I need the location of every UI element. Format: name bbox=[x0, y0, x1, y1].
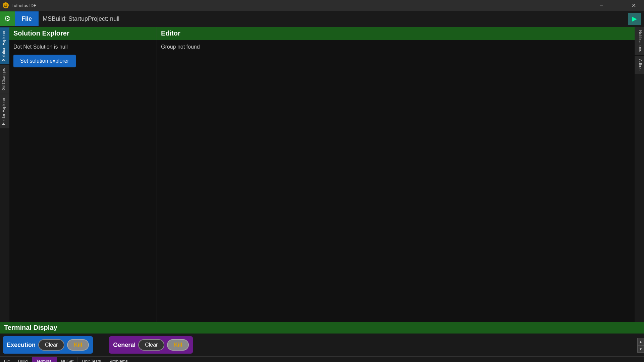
app-icon: @ bbox=[3, 2, 9, 8]
run-button[interactable]: ▶ bbox=[628, 13, 641, 25]
tab-terminal[interactable]: Terminal bbox=[32, 357, 57, 362]
execution-clear-button[interactable]: Clear bbox=[38, 339, 64, 351]
sidebar-item-folder-explorer[interactable]: Folder Explorer bbox=[0, 94, 9, 128]
scroll-down-icon: ▼ bbox=[639, 347, 642, 351]
terminal-header: Terminal Display bbox=[0, 322, 644, 334]
minimize-button[interactable]: − bbox=[594, 0, 609, 11]
tab-build[interactable]: Build bbox=[14, 357, 32, 362]
sidebar-item-adhoc[interactable]: Adhoc bbox=[635, 56, 644, 74]
sidebar-item-solution-explorer[interactable]: Solution Explorer bbox=[0, 27, 9, 64]
general-kill-button[interactable]: Kill bbox=[167, 339, 189, 351]
solution-explorer-header: Solution Explorer bbox=[9, 27, 157, 40]
app-title: Luthetus IDE bbox=[11, 3, 37, 8]
editor-panel: Editor Group not found bbox=[157, 27, 635, 322]
title-bar: @ Luthetus IDE − □ ✕ bbox=[0, 0, 644, 11]
scroll-up-button[interactable]: ▲ bbox=[637, 338, 644, 345]
editor-content: Group not found bbox=[157, 40, 635, 322]
general-group: General Clear Kill bbox=[109, 336, 193, 354]
solution-null-text: Dot Net Solution is null bbox=[13, 44, 153, 50]
window-controls: − □ ✕ bbox=[594, 0, 641, 11]
solution-explorer-content: Dot Net Solution is null Set solution ex… bbox=[9, 40, 157, 322]
left-sidebar: Solution Explorer Git Changes Folder Exp… bbox=[0, 27, 9, 322]
file-menu-button[interactable]: File bbox=[15, 11, 39, 26]
general-label: General bbox=[113, 342, 136, 349]
editor-header: Editor bbox=[157, 27, 635, 40]
general-clear-button[interactable]: Clear bbox=[138, 339, 164, 351]
menu-bar: ⚙ File MSBuild: StartupProject: null ▶ bbox=[0, 11, 644, 27]
scroll-up-icon: ▲ bbox=[639, 340, 642, 344]
tab-nuget[interactable]: NuGet bbox=[57, 357, 78, 362]
scroll-down-button[interactable]: ▼ bbox=[637, 345, 644, 353]
set-solution-button[interactable]: Set solution explorer bbox=[13, 55, 76, 67]
close-button[interactable]: ✕ bbox=[626, 0, 641, 11]
tab-unit-tests[interactable]: Unit Tests bbox=[78, 357, 105, 362]
title-bar-left: @ Luthetus IDE bbox=[3, 2, 37, 8]
sidebar-item-git-changes[interactable]: Git Changes bbox=[0, 64, 9, 94]
settings-button[interactable]: ⚙ bbox=[0, 11, 15, 26]
main-layout: Solution Explorer Git Changes Folder Exp… bbox=[0, 27, 644, 322]
editor-message: Group not found bbox=[161, 44, 200, 50]
right-sidebar: Notifications Adhoc bbox=[635, 27, 644, 322]
terminal-controls: Execution Clear Kill General Clear Kill … bbox=[0, 334, 644, 356]
solution-explorer-panel: Solution Explorer Dot Net Solution is nu… bbox=[9, 27, 157, 322]
run-icon: ▶ bbox=[632, 15, 637, 22]
sidebar-item-notifications[interactable]: Notifications bbox=[635, 27, 644, 56]
tab-problems[interactable]: Problems bbox=[105, 357, 132, 362]
execution-group: Execution Clear Kill bbox=[3, 336, 93, 354]
bottom-tabs: Git Build Terminal NuGet Unit Tests Prob… bbox=[0, 356, 644, 362]
build-command-label: MSBuild: StartupProject: null bbox=[39, 15, 628, 22]
execution-label: Execution bbox=[7, 342, 36, 349]
tab-git[interactable]: Git bbox=[0, 357, 14, 362]
gear-icon: ⚙ bbox=[4, 14, 11, 23]
execution-kill-button[interactable]: Kill bbox=[67, 339, 89, 351]
maximize-button[interactable]: □ bbox=[610, 0, 625, 11]
terminal-section: Terminal Display Execution Clear Kill Ge… bbox=[0, 322, 644, 362]
